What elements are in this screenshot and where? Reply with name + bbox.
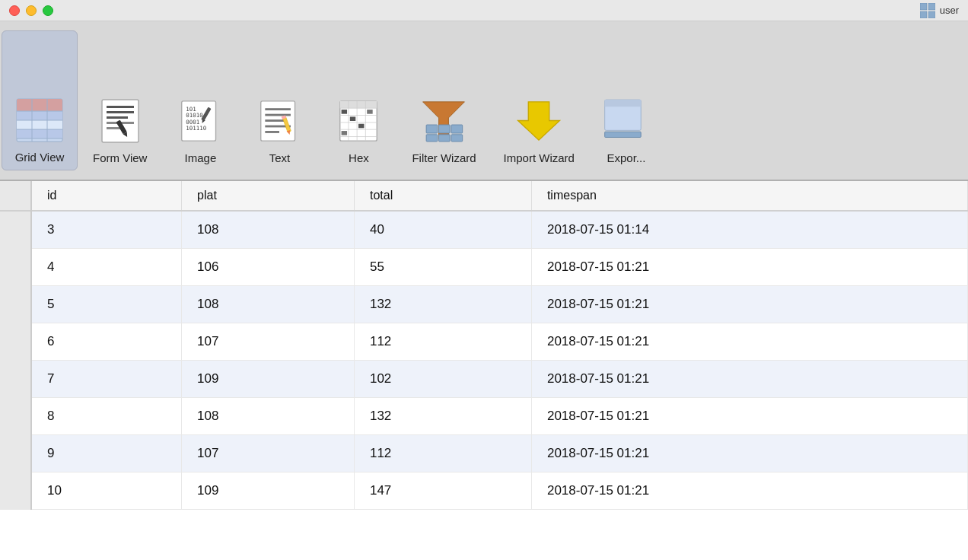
row-number-cell	[0, 249, 31, 286]
cell-timespan: 2018-07-15 01:21	[531, 435, 967, 473]
cell-id: 7	[31, 361, 182, 398]
window-title: user	[940, 5, 959, 16]
cell-total: 112	[354, 323, 531, 361]
export-label: Expor...	[607, 151, 646, 164]
svg-marker-62	[518, 102, 560, 140]
svg-rect-59	[439, 135, 451, 142]
cell-plat: 106	[182, 249, 355, 286]
cell-total: 55	[354, 249, 531, 286]
cell-timespan: 2018-07-15 01:21	[531, 398, 967, 435]
row-number-cell	[0, 286, 31, 323]
form-view-icon	[96, 97, 145, 145]
svg-rect-60	[452, 125, 463, 133]
row-number-cell	[0, 323, 31, 361]
svg-rect-41	[340, 101, 377, 108]
cell-id: 5	[31, 286, 182, 323]
toolbar-item-image[interactable]: 101 01010 0001 101110 Image	[162, 30, 238, 170]
cell-timespan: 2018-07-15 01:21	[531, 286, 967, 323]
cell-id: 6	[31, 323, 182, 361]
svg-rect-52	[358, 124, 364, 129]
filter-wizard-label: Filter Wizard	[412, 151, 476, 164]
table-row[interactable]: 61071122018-07-15 01:21	[0, 323, 968, 361]
cell-plat: 108	[182, 398, 355, 435]
svg-rect-64	[605, 100, 642, 107]
svg-rect-18	[107, 111, 134, 113]
column-header-timespan[interactable]: timespan	[531, 181, 967, 211]
cell-timespan: 2018-07-15 01:21	[531, 249, 967, 286]
svg-rect-51	[350, 116, 355, 121]
main-content: Grid View Form View	[0, 21, 968, 560]
row-number-header	[0, 181, 31, 211]
svg-rect-3	[928, 11, 935, 18]
toolbar-item-import-wizard[interactable]: Import Wizard	[492, 30, 587, 170]
close-button[interactable]	[9, 5, 20, 16]
column-header-plat[interactable]: plat	[182, 181, 355, 211]
svg-rect-58	[439, 125, 451, 133]
table-row[interactable]: 101091472018-07-15 01:21	[0, 473, 968, 510]
form-view-label: Form View	[93, 151, 147, 164]
cell-plat: 108	[182, 211, 355, 249]
row-number-cell	[0, 398, 31, 435]
column-header-id[interactable]: id	[31, 181, 182, 211]
svg-rect-6	[17, 107, 62, 111]
title-bar: user	[0, 0, 968, 21]
table-row[interactable]: 81081322018-07-15 01:21	[0, 398, 968, 435]
svg-rect-33	[266, 114, 291, 116]
maximize-button[interactable]	[43, 5, 53, 16]
table-row[interactable]: 3108402018-07-15 01:14	[0, 211, 968, 249]
toolbar-item-text[interactable]: Text	[241, 30, 317, 170]
cell-plat: 107	[182, 435, 355, 473]
cell-id: 4	[31, 249, 182, 286]
svg-rect-2	[920, 11, 927, 18]
cell-id: 3	[31, 211, 182, 249]
row-number-cell	[0, 435, 31, 473]
table-row[interactable]: 4106552018-07-15 01:21	[0, 249, 968, 286]
hex-label: Hex	[349, 151, 369, 164]
toolbar-item-hex[interactable]: Hex	[320, 30, 396, 170]
column-header-total[interactable]: total	[354, 181, 531, 211]
cell-total: 132	[354, 398, 531, 435]
cell-total: 132	[354, 286, 531, 323]
title-right: user	[920, 3, 959, 18]
table-header-row: id plat total timespan	[0, 181, 968, 211]
grid-view-icon	[15, 96, 64, 145]
cell-id: 8	[31, 398, 182, 435]
toolbar-item-export[interactable]: Expor...	[590, 30, 663, 170]
svg-rect-17	[107, 106, 134, 108]
cell-plat: 109	[182, 361, 355, 398]
cell-timespan: 2018-07-15 01:14	[531, 211, 967, 249]
filter-wizard-icon	[419, 97, 468, 145]
toolbar: Grid View Form View	[0, 21, 968, 181]
grid-view-label: Grid View	[15, 151, 65, 164]
cell-id: 10	[31, 473, 182, 510]
image-icon: 101 01010 0001 101110	[176, 97, 224, 145]
table-row[interactable]: 51081322018-07-15 01:21	[0, 286, 968, 323]
cell-total: 112	[354, 435, 531, 473]
minimize-button[interactable]	[26, 5, 37, 16]
cell-total: 102	[354, 361, 531, 398]
cell-timespan: 2018-07-15 01:21	[531, 323, 967, 361]
toolbar-item-grid-view[interactable]: Grid View	[2, 30, 78, 170]
cell-id: 9	[31, 435, 182, 473]
svg-rect-7	[17, 111, 62, 120]
svg-rect-36	[266, 131, 280, 133]
svg-rect-61	[452, 135, 463, 142]
row-number-cell	[0, 473, 31, 510]
table-row[interactable]: 71091022018-07-15 01:21	[0, 361, 968, 398]
table-row[interactable]: 91071122018-07-15 01:21	[0, 435, 968, 473]
toolbar-item-form-view[interactable]: Form View	[81, 30, 159, 170]
image-label: Image	[185, 151, 217, 164]
import-wizard-label: Import Wizard	[504, 151, 575, 164]
svg-rect-54	[368, 110, 373, 114]
svg-rect-65	[605, 132, 642, 137]
svg-rect-57	[427, 135, 438, 142]
cell-total: 147	[354, 473, 531, 510]
cell-plat: 108	[182, 286, 355, 323]
svg-rect-53	[342, 131, 347, 135]
cell-timespan: 2018-07-15 01:21	[531, 361, 967, 398]
row-number-cell	[0, 361, 31, 398]
toolbar-item-filter-wizard[interactable]: Filter Wizard	[400, 30, 488, 170]
table-container: id plat total timespan 3108402018-07-15 …	[0, 181, 968, 560]
text-label: Text	[269, 151, 291, 164]
export-icon	[602, 97, 651, 145]
